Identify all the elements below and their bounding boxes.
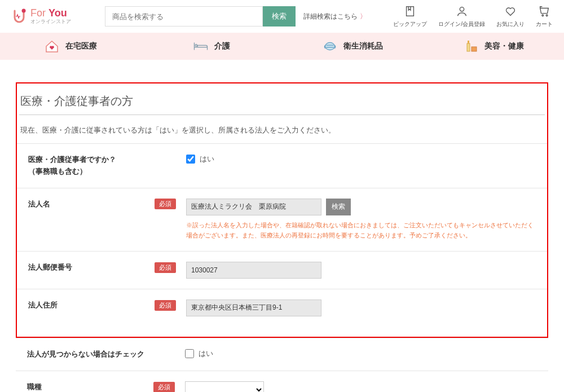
required-badge: 必須 [155,300,176,311]
logo-subtitle: オンラインストア [30,18,71,25]
highlighted-section: 医療・介護従事者の方 現在、医療・介護に従事されている方は「はい」を選択し、所属… [16,82,548,338]
row-corp-name: 法人名 必須 検索 ※誤った法人名を入力した場合や、在籍確認が取れない場合におき… [17,188,547,251]
input-corp-zip[interactable] [186,262,321,279]
select-job-type[interactable] [185,381,264,392]
svg-point-6 [325,42,335,50]
label-corp-addr: 法人住所 [28,299,58,311]
pickup-link[interactable]: ピックアップ [393,5,427,28]
checkbox-is-worker[interactable]: はい [186,154,536,164]
required-badge: 必須 [155,199,176,209]
row-is-worker: 医療・介護従事者ですか？ （事務職も含む） はい [17,143,547,188]
logo[interactable]: For You オンラインストア [11,7,71,25]
required-badge: 必須 [155,262,176,273]
search-button[interactable]: 検索 [263,6,296,27]
label-job-type: 職種 [27,381,42,392]
mask-icon [322,38,338,54]
checkbox-corp-notfound-input[interactable] [185,349,194,358]
section-title: 医療・介護従事者の方 [19,94,545,115]
corp-name-warning: ※誤った法人名を入力した場合や、在籍確認が取れない場合におきましては、ご注文いた… [186,220,536,241]
svg-point-5 [195,45,197,46]
row-corp-zip: 法人郵便番号 必須 [17,251,547,289]
cart-icon [537,5,551,18]
house-heart-icon [44,38,60,54]
svg-point-3 [542,15,544,16]
nav-nursing[interactable]: 介護 [141,33,282,60]
logo-text: For You [30,7,71,19]
label-is-worker: 医療・介護従事者ですか？ （事務職も含む） [28,154,116,178]
chevron-right-icon: 〉 [360,12,367,21]
header-actions: ピックアップ ログイン/会員登録 お気に入り カート [393,5,553,28]
section-description: 現在、医療・介護に従事されている方は「はい」を選択し、所属される法人をご入力くだ… [17,125,547,143]
cart-link[interactable]: カート [536,5,553,28]
input-corp-addr[interactable] [186,299,321,316]
row-corp-addr: 法人住所 必須 [17,289,547,327]
category-nav: 在宅医療 介護 衛生消耗品 美容・健康 [0,33,564,60]
row-corp-notfound: 法人が見つからない場合はチェック はい [16,338,548,371]
label-corp-zip: 法人郵便番号 [28,262,72,274]
search-bar: 検索 詳細検索はこちら〉 [105,6,367,27]
nav-hygiene[interactable]: 衛生消耗品 [282,33,423,60]
bed-icon [193,38,209,54]
label-corp-notfound: 法人が見つからない場合はチェック [27,349,144,360]
search-input[interactable] [105,6,263,27]
favorites-link[interactable]: お気に入り [496,5,525,28]
checkbox-corp-notfound[interactable]: はい [185,349,537,359]
advanced-search-link[interactable]: 詳細検索はこちら〉 [303,12,367,21]
svg-rect-8 [468,41,469,43]
row-job-type: 職種 必須 [16,371,548,392]
checkbox-is-worker-input[interactable] [186,155,195,164]
cosmetics-icon [463,38,479,54]
corp-search-button[interactable]: 検索 [326,199,351,215]
svg-rect-7 [467,43,470,51]
user-icon [455,5,469,18]
required-badge: 必須 [153,382,175,392]
svg-rect-9 [472,47,477,51]
heart-icon [504,5,517,18]
svg-rect-1 [407,7,414,16]
logo-icon [11,8,27,24]
nav-home-care[interactable]: 在宅医療 [0,33,141,60]
main-content: 医療・介護従事者の方 現在、医療・介護に従事されている方は「はい」を選択し、所属… [0,60,564,392]
input-corp-name[interactable] [186,199,321,215]
login-link[interactable]: ログイン/会員登録 [438,5,485,28]
bookmark-icon [403,5,417,18]
svg-point-4 [546,15,548,16]
svg-point-2 [460,7,464,11]
header: For You オンラインストア 検索 詳細検索はこちら〉 ピックアップ ログイ… [0,0,564,33]
svg-point-0 [22,9,26,13]
nav-beauty[interactable]: 美容・健康 [423,33,564,60]
label-corp-name: 法人名 [28,199,50,210]
